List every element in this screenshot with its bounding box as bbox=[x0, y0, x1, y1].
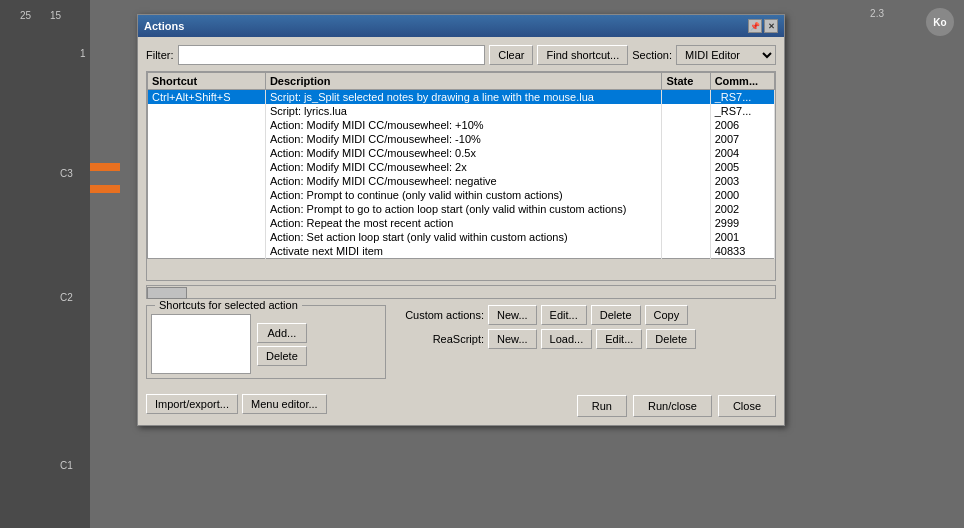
marker-side-1: 1 bbox=[80, 48, 86, 59]
delete-shortcut-button[interactable]: Delete bbox=[257, 346, 307, 366]
cell-state bbox=[662, 146, 710, 160]
close-button[interactable]: Close bbox=[718, 395, 776, 417]
custom-edit-button[interactable]: Edit... bbox=[541, 305, 587, 325]
cell-state bbox=[662, 188, 710, 202]
table-row[interactable]: Activate next MIDI item40833 bbox=[148, 244, 775, 259]
cell-description: Action: Modify MIDI CC/mousewheel: 0.5x bbox=[265, 146, 662, 160]
table-row[interactable]: Action: Set action loop start (only vali… bbox=[148, 230, 775, 244]
cell-description: Activate next MIDI item bbox=[265, 244, 662, 259]
cell-shortcut: Ctrl+Alt+Shift+S bbox=[148, 90, 266, 105]
shortcut-buttons: Add... Delete bbox=[257, 314, 307, 374]
ko-label: Ko bbox=[933, 17, 946, 28]
cell-description: Action: Repeat the most recent action bbox=[265, 216, 662, 230]
cell-command: 2000 bbox=[710, 188, 774, 202]
titlebar-buttons: 📌 ✕ bbox=[748, 19, 778, 33]
bottom-area: Shortcuts for selected action Add... Del… bbox=[146, 305, 776, 385]
add-shortcut-button[interactable]: Add... bbox=[257, 323, 307, 343]
cell-description: Action: Modify MIDI CC/mousewheel: +10% bbox=[265, 118, 662, 132]
reascript-edit-button[interactable]: Edit... bbox=[596, 329, 642, 349]
cell-description: Script: js_Split selected notes by drawi… bbox=[265, 90, 662, 105]
cell-shortcut bbox=[148, 202, 266, 216]
cell-shortcut bbox=[148, 216, 266, 230]
ko-button[interactable]: Ko bbox=[926, 8, 954, 36]
shortcuts-section: Shortcuts for selected action Add... Del… bbox=[146, 305, 386, 379]
find-shortcut-button[interactable]: Find shortcut... bbox=[537, 45, 628, 65]
run-close-button[interactable]: Run/close bbox=[633, 395, 712, 417]
clear-button[interactable]: Clear bbox=[489, 45, 533, 65]
table-row[interactable]: Action: Prompt to continue (only valid w… bbox=[148, 188, 775, 202]
table-row[interactable]: Action: Modify MIDI CC/mousewheel: 0.5x2… bbox=[148, 146, 775, 160]
cell-shortcut bbox=[148, 146, 266, 160]
cell-shortcut bbox=[148, 230, 266, 244]
menu-editor-button[interactable]: Menu editor... bbox=[242, 394, 327, 414]
cell-state bbox=[662, 160, 710, 174]
table-row[interactable]: Action: Prompt to go to action loop star… bbox=[148, 202, 775, 216]
table-row[interactable]: Ctrl+Alt+Shift+SScript: js_Split selecte… bbox=[148, 90, 775, 105]
cell-shortcut bbox=[148, 132, 266, 146]
table-row[interactable]: Action: Modify MIDI CC/mousewheel: +10%2… bbox=[148, 118, 775, 132]
marker-15: 15 bbox=[50, 10, 61, 21]
cell-description: Action: Modify MIDI CC/mousewheel: -10% bbox=[265, 132, 662, 146]
cell-state bbox=[662, 90, 710, 105]
reascript-label: ReaScript: bbox=[394, 333, 484, 345]
custom-actions-label: Custom actions: bbox=[394, 309, 484, 321]
custom-copy-button[interactable]: Copy bbox=[645, 305, 689, 325]
cell-command: 2006 bbox=[710, 118, 774, 132]
reascript-new-button[interactable]: New... bbox=[488, 329, 537, 349]
section-label: Section: bbox=[632, 49, 672, 61]
shortcuts-legend: Shortcuts for selected action bbox=[155, 299, 302, 311]
cell-command: 2999 bbox=[710, 216, 774, 230]
cell-description: Action: Modify MIDI CC/mousewheel: 2x bbox=[265, 160, 662, 174]
cell-state bbox=[662, 202, 710, 216]
horizontal-scrollbar[interactable] bbox=[146, 285, 776, 299]
cell-command: 2007 bbox=[710, 132, 774, 146]
marker-25: 25 bbox=[20, 10, 31, 21]
cell-shortcut bbox=[148, 244, 266, 259]
custom-delete-button[interactable]: Delete bbox=[591, 305, 641, 325]
reascript-load-button[interactable]: Load... bbox=[541, 329, 593, 349]
cell-state bbox=[662, 174, 710, 188]
cell-shortcut bbox=[148, 188, 266, 202]
table-row[interactable]: Action: Modify MIDI CC/mousewheel: 2x200… bbox=[148, 160, 775, 174]
col-header-description: Description bbox=[265, 73, 662, 90]
cell-state bbox=[662, 244, 710, 259]
reascript-delete-button[interactable]: Delete bbox=[646, 329, 696, 349]
cell-shortcut bbox=[148, 104, 266, 118]
marker-c1: C1 bbox=[60, 460, 73, 471]
right-panel: Custom actions: New... Edit... Delete Co… bbox=[394, 305, 776, 385]
marker-2-3: 2.3 bbox=[870, 8, 884, 19]
pin-button[interactable]: 📌 bbox=[748, 19, 762, 33]
col-header-state: State bbox=[662, 73, 710, 90]
marker-c3: C3 bbox=[60, 168, 73, 179]
cell-description: Action: Set action loop start (only vali… bbox=[265, 230, 662, 244]
section-dropdown[interactable]: MIDI Editor bbox=[676, 45, 776, 65]
shortcuts-inner: Add... Delete bbox=[151, 314, 381, 374]
import-export-button[interactable]: Import/export... bbox=[146, 394, 238, 414]
midi-note-1 bbox=[90, 163, 120, 171]
cell-shortcut bbox=[148, 118, 266, 132]
piano-roll-strip: 25 15 1 C3 C2 C1 bbox=[0, 0, 90, 528]
table-row[interactable]: Script: lyrics.lua_RS7... bbox=[148, 104, 775, 118]
run-button[interactable]: Run bbox=[577, 395, 627, 417]
dialog-title: Actions bbox=[144, 20, 184, 32]
cell-command: 2005 bbox=[710, 160, 774, 174]
table-body: Ctrl+Alt+Shift+SScript: js_Split selecte… bbox=[148, 90, 775, 259]
actions-table-wrapper[interactable]: Shortcut Description State Comm... Ctrl+… bbox=[146, 71, 776, 281]
table-row[interactable]: Action: Modify MIDI CC/mousewheel: -10%2… bbox=[148, 132, 775, 146]
h-scroll-thumb[interactable] bbox=[147, 287, 187, 299]
cell-state bbox=[662, 118, 710, 132]
table-row[interactable]: Action: Modify MIDI CC/mousewheel: negat… bbox=[148, 174, 775, 188]
filter-input[interactable] bbox=[178, 45, 486, 65]
cell-shortcut bbox=[148, 174, 266, 188]
cell-state bbox=[662, 230, 710, 244]
custom-new-button[interactable]: New... bbox=[488, 305, 537, 325]
table-row[interactable]: Action: Repeat the most recent action299… bbox=[148, 216, 775, 230]
shortcut-list-box[interactable] bbox=[151, 314, 251, 374]
actions-bottom-row: Import/export... Menu editor... Run Run/… bbox=[146, 391, 776, 417]
cell-command: _RS7... bbox=[710, 104, 774, 118]
close-title-button[interactable]: ✕ bbox=[764, 19, 778, 33]
cell-description: Action: Modify MIDI CC/mousewheel: negat… bbox=[265, 174, 662, 188]
col-header-command: Comm... bbox=[710, 73, 774, 90]
custom-actions-row: Custom actions: New... Edit... Delete Co… bbox=[394, 305, 776, 325]
dialog-titlebar: Actions 📌 ✕ bbox=[138, 15, 784, 37]
